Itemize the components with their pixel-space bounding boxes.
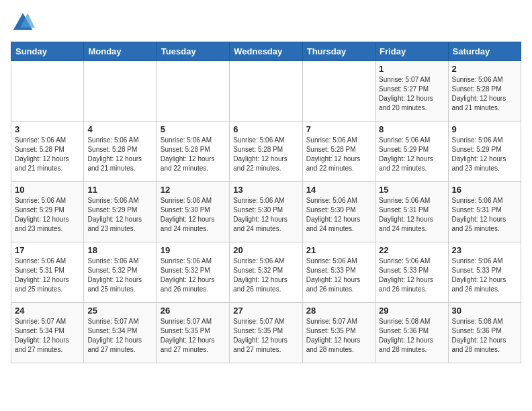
day-number: 7 — [306, 124, 371, 134]
day-info: Sunrise: 5:06 AM Sunset: 5:31 PM Dayligh… — [452, 196, 517, 234]
day-header-friday: Friday — [375, 42, 448, 61]
day-number: 30 — [452, 306, 517, 316]
day-number: 3 — [15, 124, 80, 134]
calendar-cell: 30Sunrise: 5:08 AM Sunset: 5:36 PM Dayli… — [448, 303, 521, 363]
day-info: Sunrise: 5:07 AM Sunset: 5:27 PM Dayligh… — [379, 75, 444, 113]
logo-icon — [11, 11, 35, 35]
calendar-cell: 12Sunrise: 5:06 AM Sunset: 5:30 PM Dayli… — [157, 182, 229, 242]
day-info: Sunrise: 5:06 AM Sunset: 5:28 PM Dayligh… — [15, 136, 80, 173]
day-number: 21 — [306, 245, 371, 255]
day-info: Sunrise: 5:06 AM Sunset: 5:30 PM Dayligh… — [161, 196, 226, 234]
day-info: Sunrise: 5:06 AM Sunset: 5:33 PM Dayligh… — [379, 257, 444, 294]
day-number: 28 — [306, 306, 371, 316]
week-row-4: 17Sunrise: 5:06 AM Sunset: 5:31 PM Dayli… — [11, 242, 521, 303]
day-header-tuesday: Tuesday — [157, 42, 229, 61]
day-info: Sunrise: 5:07 AM Sunset: 5:35 PM Dayligh… — [233, 317, 298, 355]
day-number: 14 — [306, 185, 371, 195]
day-number: 1 — [379, 64, 444, 74]
day-number: 6 — [233, 124, 298, 134]
day-info: Sunrise: 5:06 AM Sunset: 5:33 PM Dayligh… — [306, 257, 371, 294]
calendar-cell: 9Sunrise: 5:06 AM Sunset: 5:29 PM Daylig… — [448, 122, 521, 182]
day-info: Sunrise: 5:06 AM Sunset: 5:29 PM Dayligh… — [87, 196, 152, 234]
day-header-monday: Monday — [84, 42, 157, 61]
calendar-cell: 7Sunrise: 5:06 AM Sunset: 5:28 PM Daylig… — [302, 122, 375, 182]
calendar-cell: 22Sunrise: 5:06 AM Sunset: 5:33 PM Dayli… — [375, 242, 448, 303]
day-number: 22 — [379, 245, 444, 255]
day-info: Sunrise: 5:06 AM Sunset: 5:30 PM Dayligh… — [233, 196, 298, 234]
day-number: 13 — [233, 185, 298, 195]
logo — [11, 11, 38, 35]
calendar-cell: 13Sunrise: 5:06 AM Sunset: 5:30 PM Dayli… — [230, 182, 302, 242]
day-number: 18 — [87, 245, 152, 255]
day-info: Sunrise: 5:08 AM Sunset: 5:36 PM Dayligh… — [379, 317, 444, 355]
week-row-2: 3Sunrise: 5:06 AM Sunset: 5:28 PM Daylig… — [11, 122, 521, 182]
calendar-cell — [84, 61, 157, 122]
day-number: 10 — [15, 185, 80, 195]
day-info: Sunrise: 5:06 AM Sunset: 5:33 PM Dayligh… — [452, 257, 517, 294]
calendar-cell: 6Sunrise: 5:06 AM Sunset: 5:28 PM Daylig… — [230, 122, 302, 182]
calendar-cell — [230, 61, 302, 122]
day-info: Sunrise: 5:06 AM Sunset: 5:30 PM Dayligh… — [306, 196, 371, 234]
day-number: 16 — [452, 185, 517, 195]
calendar-cell: 17Sunrise: 5:06 AM Sunset: 5:31 PM Dayli… — [11, 242, 84, 303]
day-info: Sunrise: 5:06 AM Sunset: 5:28 PM Dayligh… — [161, 136, 226, 173]
day-info: Sunrise: 5:06 AM Sunset: 5:32 PM Dayligh… — [233, 257, 298, 294]
calendar-cell: 14Sunrise: 5:06 AM Sunset: 5:30 PM Dayli… — [302, 182, 375, 242]
day-number: 15 — [379, 185, 444, 195]
day-number: 2 — [452, 64, 517, 74]
day-number: 23 — [452, 245, 517, 255]
day-info: Sunrise: 5:08 AM Sunset: 5:36 PM Dayligh… — [452, 317, 517, 355]
calendar-cell: 2Sunrise: 5:06 AM Sunset: 5:28 PM Daylig… — [448, 61, 521, 122]
day-info: Sunrise: 5:06 AM Sunset: 5:32 PM Dayligh… — [87, 257, 152, 294]
day-info: Sunrise: 5:06 AM Sunset: 5:29 PM Dayligh… — [15, 196, 80, 234]
day-info: Sunrise: 5:07 AM Sunset: 5:34 PM Dayligh… — [87, 317, 152, 355]
calendar-cell: 15Sunrise: 5:06 AM Sunset: 5:31 PM Dayli… — [375, 182, 448, 242]
day-number: 17 — [15, 245, 80, 255]
calendar-cell: 19Sunrise: 5:06 AM Sunset: 5:32 PM Dayli… — [157, 242, 229, 303]
day-number: 9 — [452, 124, 517, 134]
day-info: Sunrise: 5:06 AM Sunset: 5:32 PM Dayligh… — [161, 257, 226, 294]
calendar-cell — [11, 61, 84, 122]
day-info: Sunrise: 5:07 AM Sunset: 5:34 PM Dayligh… — [15, 317, 80, 355]
day-number: 12 — [161, 185, 226, 195]
day-header-wednesday: Wednesday — [230, 42, 302, 61]
day-info: Sunrise: 5:06 AM Sunset: 5:29 PM Dayligh… — [452, 136, 517, 173]
day-header-saturday: Saturday — [448, 42, 521, 61]
day-number: 25 — [87, 306, 152, 316]
day-info: Sunrise: 5:06 AM Sunset: 5:29 PM Dayligh… — [379, 136, 444, 173]
day-number: 4 — [87, 124, 152, 134]
header — [11, 11, 521, 35]
calendar-cell — [157, 61, 229, 122]
week-row-5: 24Sunrise: 5:07 AM Sunset: 5:34 PM Dayli… — [11, 303, 521, 363]
day-header-thursday: Thursday — [302, 42, 375, 61]
day-number: 19 — [161, 245, 226, 255]
calendar-header-row: SundayMondayTuesdayWednesdayThursdayFrid… — [11, 42, 521, 61]
calendar-cell: 16Sunrise: 5:06 AM Sunset: 5:31 PM Dayli… — [448, 182, 521, 242]
day-number: 8 — [379, 124, 444, 134]
day-number: 5 — [161, 124, 226, 134]
calendar-cell: 3Sunrise: 5:06 AM Sunset: 5:28 PM Daylig… — [11, 122, 84, 182]
calendar-cell: 21Sunrise: 5:06 AM Sunset: 5:33 PM Dayli… — [302, 242, 375, 303]
day-number: 27 — [233, 306, 298, 316]
day-info: Sunrise: 5:07 AM Sunset: 5:35 PM Dayligh… — [306, 317, 371, 355]
calendar-cell: 23Sunrise: 5:06 AM Sunset: 5:33 PM Dayli… — [448, 242, 521, 303]
calendar-cell: 20Sunrise: 5:06 AM Sunset: 5:32 PM Dayli… — [230, 242, 302, 303]
day-info: Sunrise: 5:06 AM Sunset: 5:28 PM Dayligh… — [87, 136, 152, 173]
day-header-sunday: Sunday — [11, 42, 84, 61]
day-number: 29 — [379, 306, 444, 316]
calendar-cell: 11Sunrise: 5:06 AM Sunset: 5:29 PM Dayli… — [84, 182, 157, 242]
week-row-3: 10Sunrise: 5:06 AM Sunset: 5:29 PM Dayli… — [11, 182, 521, 242]
calendar-cell: 10Sunrise: 5:06 AM Sunset: 5:29 PM Dayli… — [11, 182, 84, 242]
day-info: Sunrise: 5:06 AM Sunset: 5:28 PM Dayligh… — [306, 136, 371, 173]
day-number: 26 — [161, 306, 226, 316]
calendar-cell: 4Sunrise: 5:06 AM Sunset: 5:28 PM Daylig… — [84, 122, 157, 182]
calendar-cell — [302, 61, 375, 122]
calendar-cell: 8Sunrise: 5:06 AM Sunset: 5:29 PM Daylig… — [375, 122, 448, 182]
calendar-cell: 28Sunrise: 5:07 AM Sunset: 5:35 PM Dayli… — [302, 303, 375, 363]
calendar-cell: 18Sunrise: 5:06 AM Sunset: 5:32 PM Dayli… — [84, 242, 157, 303]
calendar-cell: 29Sunrise: 5:08 AM Sunset: 5:36 PM Dayli… — [375, 303, 448, 363]
calendar-cell: 26Sunrise: 5:07 AM Sunset: 5:35 PM Dayli… — [157, 303, 229, 363]
calendar-cell: 1Sunrise: 5:07 AM Sunset: 5:27 PM Daylig… — [375, 61, 448, 122]
day-info: Sunrise: 5:06 AM Sunset: 5:28 PM Dayligh… — [233, 136, 298, 173]
calendar-cell: 27Sunrise: 5:07 AM Sunset: 5:35 PM Dayli… — [230, 303, 302, 363]
